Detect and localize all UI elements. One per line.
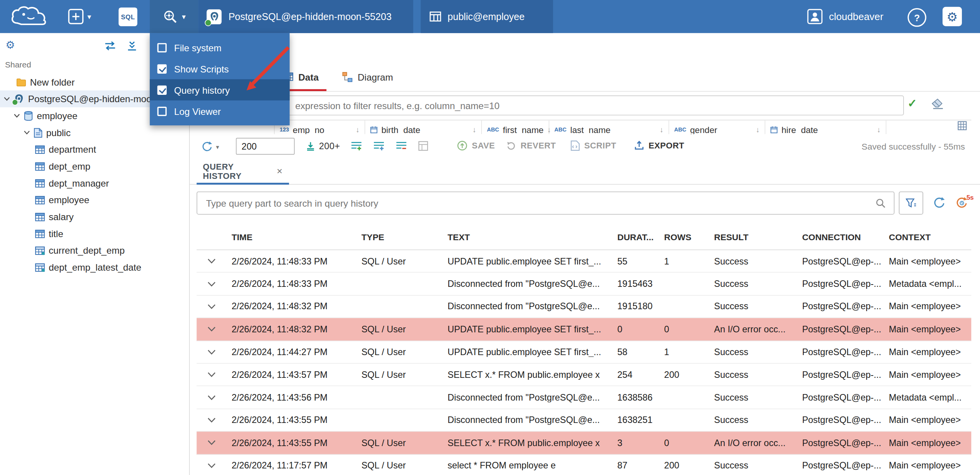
tab-label: Diagram xyxy=(358,71,393,82)
export-button[interactable]: EXPORT xyxy=(634,140,684,150)
query-history-row[interactable]: 2/26/2024, 11:43:56 PM Disconnected from… xyxy=(197,386,972,409)
apply-filter-button[interactable]: ✓ xyxy=(907,97,917,111)
tree-node-table[interactable]: dept_manager xyxy=(0,175,189,192)
tree-node-table[interactable]: employee xyxy=(0,192,189,209)
tab-diagram[interactable]: Diagram xyxy=(335,62,400,91)
tools-menu-button[interactable]: ▾ xyxy=(150,0,198,33)
query-history-table: TIME TYPE TEXT DURAT... ROWS RESULT CONN… xyxy=(197,224,972,475)
menu-item-log-viewer[interactable]: Log Viewer xyxy=(150,100,289,121)
tree-node-table[interactable]: dept_emp xyxy=(0,158,189,175)
query-history-refresh-button[interactable] xyxy=(933,196,946,212)
column-name: hire_date xyxy=(782,125,818,134)
chevron-down-icon[interactable] xyxy=(197,463,225,468)
qh-column-header[interactable]: TEXT xyxy=(441,232,611,242)
checkbox-checked-icon[interactable] xyxy=(157,85,167,94)
refresh-button[interactable]: ▾ xyxy=(201,140,219,153)
sort-icon[interactable]: ↓ xyxy=(356,125,360,134)
query-history-row[interactable]: 2/26/2024, 11:43:57 PM SQL / User SELECT… xyxy=(197,364,972,386)
chevron-down-icon[interactable] xyxy=(24,130,34,135)
sort-icon[interactable]: ↓ xyxy=(756,125,760,134)
query-history-row[interactable]: 2/26/2024, 11:44:27 PM SQL / User UPDATE… xyxy=(197,341,972,364)
sync-connection-button[interactable] xyxy=(104,40,117,54)
qh-column-header[interactable]: CONNECTION xyxy=(796,232,883,242)
schema-selector[interactable]: public@employee xyxy=(421,0,553,33)
chevron-down-icon[interactable] xyxy=(197,258,225,264)
table-icon xyxy=(35,212,45,221)
sort-icon[interactable]: ↓ xyxy=(473,125,476,134)
chevron-down-icon[interactable] xyxy=(197,327,225,332)
chevron-down-icon[interactable] xyxy=(14,113,24,118)
chevron-down-icon[interactable] xyxy=(197,281,225,287)
revert-button[interactable]: REVERT xyxy=(505,140,556,151)
tree-node-view[interactable]: dept_emp_latest_date xyxy=(0,259,189,276)
postgres-icon xyxy=(14,94,25,104)
collapse-all-button[interactable] xyxy=(127,40,137,54)
sort-icon[interactable]: ↓ xyxy=(877,125,881,134)
tree-section-label: Shared xyxy=(5,60,31,69)
auto-refresh-button[interactable]: 5s xyxy=(955,196,969,212)
chevron-down-icon[interactable] xyxy=(197,394,225,400)
script-button[interactable]: SCRIPT xyxy=(571,140,617,151)
chevron-down-icon[interactable] xyxy=(197,417,225,423)
qh-column-header[interactable]: DURAT... xyxy=(611,232,658,242)
query-history-search-input[interactable] xyxy=(197,192,895,215)
query-history-row[interactable]: 2/26/2024, 11:48:33 PM Disconnected from… xyxy=(197,273,972,296)
grid-column-header[interactable]: ABC first_name ↓ xyxy=(482,120,549,134)
cell-result: Success xyxy=(708,460,796,470)
qh-column-header[interactable]: TIME xyxy=(225,232,355,242)
checkbox-checked-icon[interactable] xyxy=(157,64,167,73)
sql-editor-button[interactable]: SQL xyxy=(118,7,137,26)
chevron-down-icon[interactable] xyxy=(197,349,225,355)
qh-column-header[interactable]: RESULT xyxy=(708,232,796,242)
query-history-row-error[interactable]: 2/26/2024, 11:43:55 PM SQL / User SELECT… xyxy=(197,432,972,455)
help-button[interactable]: ? xyxy=(907,8,926,27)
query-history-row[interactable]: 2/26/2024, 11:43:55 PM Disconnected from… xyxy=(197,409,972,432)
fetch-size-input[interactable] xyxy=(236,138,295,155)
save-button[interactable]: SAVE xyxy=(457,140,495,151)
grid-column-header[interactable]: birth_date ↓ xyxy=(365,120,482,134)
create-button[interactable]: ▾ xyxy=(68,8,91,25)
clear-filter-button[interactable] xyxy=(931,99,944,112)
grid-column-header[interactable]: ABC gender ↓ xyxy=(669,120,765,134)
delete-row-button[interactable] xyxy=(396,141,407,153)
chevron-down-icon[interactable] xyxy=(197,304,225,310)
qh-column-header[interactable]: CONTEXT xyxy=(883,232,972,242)
grid-column-header[interactable]: ABC last_name ↓ xyxy=(549,120,669,134)
delete-row-icon xyxy=(396,141,407,151)
tree-node-label: employee xyxy=(37,110,77,121)
grid-column-header[interactable]: hire_date ↓ xyxy=(765,120,886,134)
tree-node-view[interactable]: current_dept_emp xyxy=(0,242,189,259)
query-history-row[interactable]: 2/26/2024, 11:48:33 PM SQL / User UPDATE… xyxy=(197,250,972,273)
checkbox-unchecked-icon[interactable] xyxy=(157,43,167,52)
cell-type: SQL / User xyxy=(355,347,441,357)
grouping-button[interactable] xyxy=(418,141,428,153)
sidebar-config-button[interactable]: ⚙ xyxy=(6,39,15,52)
tree-node-table[interactable]: title xyxy=(0,225,189,242)
qh-column-header[interactable]: ROWS xyxy=(658,232,708,242)
chevron-down-icon[interactable] xyxy=(197,372,225,377)
tree-node-schema[interactable]: public xyxy=(0,124,189,141)
tree-node-table[interactable]: department xyxy=(0,141,189,158)
query-history-row[interactable]: 2/26/2024, 11:48:32 PM Disconnected from… xyxy=(197,295,972,318)
user-menu[interactable]: cloudbeaver xyxy=(806,8,883,25)
checkbox-unchecked-icon[interactable] xyxy=(157,106,167,116)
cell-text: select * FROM employee e xyxy=(441,460,611,470)
query-history-row-error[interactable]: 2/26/2024, 11:48:32 PM SQL / User UPDATE… xyxy=(197,318,972,341)
close-icon[interactable]: ✕ xyxy=(277,167,283,176)
chevron-down-icon[interactable] xyxy=(197,440,225,446)
cell-time: 2/26/2024, 11:48:32 PM xyxy=(225,302,355,312)
tab-query-history[interactable]: QUERY HISTORY ✕ xyxy=(197,158,289,184)
duplicate-row-button[interactable] xyxy=(373,141,384,153)
query-history-filter-button[interactable] xyxy=(899,192,923,215)
add-row-button[interactable] xyxy=(351,141,362,153)
chevron-down-icon: ▾ xyxy=(216,143,219,150)
fetch-more-button[interactable]: 200+ xyxy=(306,141,340,151)
filter-expression-input[interactable] xyxy=(194,96,904,116)
sort-icon[interactable]: ↓ xyxy=(660,125,664,134)
qh-column-header[interactable]: TYPE xyxy=(355,232,441,242)
connection-selector[interactable]: PostgreSQL@ep-hidden-moon-55203 xyxy=(198,0,413,33)
settings-button[interactable]: ⚙ xyxy=(943,7,962,26)
tree-node-table[interactable]: salary xyxy=(0,208,189,225)
query-history-row[interactable]: 2/26/2024, 11:17:57 PM SQL / User select… xyxy=(197,455,972,475)
table-options-button[interactable] xyxy=(958,121,967,133)
